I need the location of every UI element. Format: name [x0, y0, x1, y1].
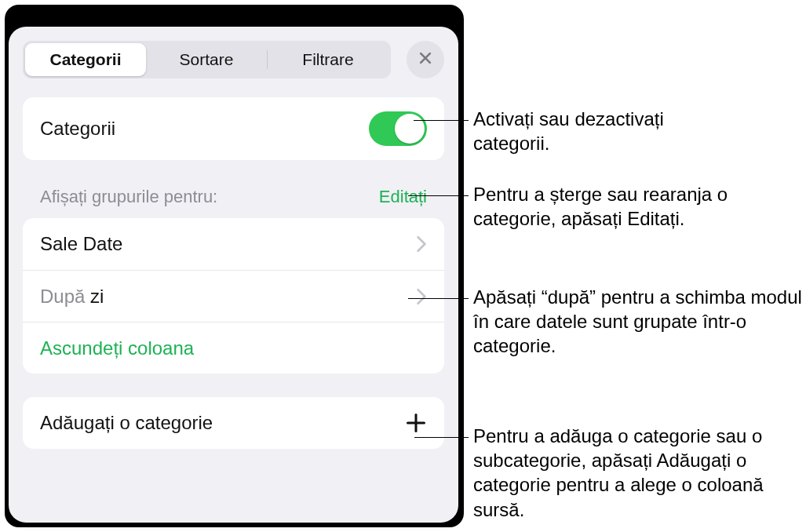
- chevron-right-icon: [416, 288, 427, 305]
- callout-leader: [408, 195, 469, 196]
- callout-add: Pentru a adăuga o categorie sau o subcat…: [473, 424, 787, 522]
- groups-section-header: Afișați grupurile pentru: Editați: [23, 187, 444, 212]
- device-frame: Categorii Sortare Filtrare Categorii: [5, 5, 464, 527]
- organize-panel: Categorii Sortare Filtrare Categorii: [9, 27, 458, 523]
- callout-leader: [414, 437, 469, 438]
- add-category-row[interactable]: Adăugați o categorie: [23, 397, 444, 449]
- categories-toggle-row: Categorii: [23, 97, 444, 160]
- categories-toggle[interactable]: [369, 111, 427, 146]
- close-button[interactable]: [407, 41, 444, 78]
- callout-by: Apăsați “după” pentru a schimba modul în…: [473, 285, 806, 359]
- callout-toggle: Activați sau dezactivați categorii.: [473, 107, 740, 155]
- hide-column-row[interactable]: Ascundeți coloana: [23, 322, 444, 373]
- callout-edit: Pentru a șterge sau rearanja o categorie…: [473, 182, 795, 231]
- groups-card: Sale Date După zi Ascundeți co: [23, 218, 444, 373]
- group-by-row[interactable]: După zi: [23, 270, 444, 322]
- group-by-label: După zi: [40, 286, 416, 308]
- add-category-card: Adăugați o categorie: [23, 397, 444, 449]
- callout-leader: [408, 298, 469, 299]
- callouts-layer: Activați sau dezactivați categorii. Pent…: [473, 0, 806, 532]
- hide-column-label: Ascundeți coloana: [40, 337, 427, 359]
- categories-toggle-label: Categorii: [40, 118, 369, 140]
- segmented-control: Categorii Sortare Filtrare: [23, 41, 391, 78]
- categories-toggle-card: Categorii: [23, 97, 444, 160]
- add-category-label: Adăugați o categorie: [40, 412, 405, 434]
- edit-button[interactable]: Editați: [379, 187, 427, 207]
- callout-leader: [414, 120, 469, 121]
- close-icon: [418, 50, 433, 69]
- group-by-value: zi: [90, 286, 104, 307]
- tab-filter[interactable]: Filtrare: [268, 43, 388, 76]
- toggle-knob: [395, 114, 425, 144]
- category-row-label: Sale Date: [40, 233, 416, 255]
- tab-categories[interactable]: Categorii: [25, 43, 146, 76]
- panel-header: Categorii Sortare Filtrare: [23, 41, 444, 78]
- category-row-sale-date[interactable]: Sale Date: [23, 218, 444, 270]
- group-by-prefix: După: [40, 286, 90, 307]
- groups-section-title: Afișați grupurile pentru:: [40, 187, 217, 207]
- chevron-right-icon: [416, 235, 427, 253]
- tab-sort[interactable]: Sortare: [146, 43, 267, 76]
- plus-icon: [405, 412, 427, 434]
